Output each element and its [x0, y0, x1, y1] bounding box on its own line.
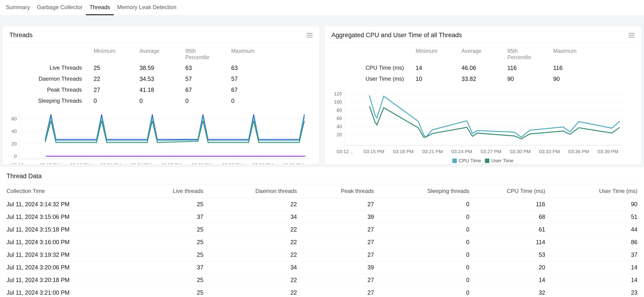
table-cell-sleeping-threads: 0: [374, 223, 470, 236]
x-axis-label: 03:33 PM: [539, 149, 560, 154]
table-header-row: Collection TimeLive threadsDaemon thread…: [6, 184, 638, 198]
x-axis-label: 03:15 PM: [364, 149, 384, 154]
y-axis-label: 120: [334, 91, 342, 96]
table-cell-collection-time: Jul 11, 2024 3:21:00 PM: [6, 287, 107, 297]
x-axis-label: 03:21 PM: [422, 149, 443, 154]
series-line-cpu-time: [369, 95, 620, 137]
y-axis-label: 40: [11, 128, 16, 134]
hamburger-icon: [306, 37, 313, 37]
x-axis-label: 03:33 PM: [222, 162, 243, 164]
stats-value-daemon-threads-maximum: 57: [220, 73, 265, 84]
charts-row: Threads MinimumAverage95th PercentileMax…: [0, 26, 644, 164]
table-cell-sleeping-threads: 0: [374, 274, 470, 287]
table-cell-sleeping-threads: 0: [374, 287, 470, 297]
thread-data-title: Thread Data: [6, 167, 638, 184]
legend-item-user-time[interactable]: User Time: [485, 158, 514, 163]
x-axis-label: 03:30 PM: [192, 162, 212, 164]
y-axis-label: 20: [336, 132, 342, 137]
x-axis-label: 03:24 PM: [131, 162, 152, 164]
series-line-peak-threads: [45, 115, 304, 139]
table-cell-live-threads: 25: [107, 198, 204, 211]
tab-summary[interactable]: Summary: [2, 0, 34, 15]
stats-header-maximum: Maximum: [220, 46, 265, 62]
stats-value-daemon-threads-average: 34.53: [128, 73, 174, 84]
column-header-user-time-ms: User Time (ms): [546, 184, 638, 198]
table-cell-daemon-threads: 34: [204, 211, 298, 223]
x-axis-label: 03:24 PM: [452, 149, 472, 154]
panel-menu-button[interactable]: [305, 32, 313, 38]
table-cell-daemon-threads: 22: [204, 287, 298, 297]
stats-value-daemon-threads-minimum: 22: [82, 73, 128, 84]
stats-value-live-threads-average: 38.59: [128, 62, 174, 73]
table-cell-peak-threads: 39: [298, 261, 374, 274]
x-axis-label: 03:27 PM: [161, 162, 182, 164]
table-cell-peak-threads: 27: [298, 249, 374, 261]
x-axis-label: 03:15 PM: [40, 162, 60, 164]
stats-value-live-threads-minimum: 25: [82, 62, 128, 73]
y-axis-label: 0: [14, 153, 17, 159]
table-cell-user-time-ms: 90: [546, 198, 638, 211]
hamburger-icon: [306, 33, 313, 34]
table-cell-cpu-time-ms: 14: [470, 274, 546, 287]
tab-threads[interactable]: Threads: [86, 0, 114, 15]
x-axis-label: 03:12 ..: [337, 149, 353, 154]
table-cell-cpu-time-ms: 61: [470, 223, 546, 236]
table-cell-cpu-time-ms: 32: [470, 287, 546, 297]
stats-header-maximum: Maximum: [542, 46, 587, 62]
table-cell-live-threads: 25: [107, 274, 204, 287]
y-axis-label: 100: [334, 99, 342, 104]
threads-stats-table: MinimumAverage95th PercentileMaximumLive…: [9, 46, 313, 106]
table-row: Jul 11, 2024 3:20:06 PM37343902014: [6, 261, 638, 274]
table-row: Jul 11, 2024 3:16:00 PM252227011486: [6, 236, 638, 249]
table-cell-collection-time: Jul 11, 2024 3:15:06 PM: [6, 211, 107, 223]
legend-swatch-icon: [485, 159, 489, 163]
cpu-user-time-chart: 2040608010012003:12 ..03:15 PM03:18 PM03…: [331, 87, 635, 157]
panel-menu-button[interactable]: [627, 32, 635, 38]
table-cell-collection-time: Jul 11, 2024 3:20:18 PM: [6, 274, 107, 287]
y-axis-label: 80: [336, 107, 342, 113]
x-axis-label: 03:39 PM: [598, 149, 618, 154]
x-axis-label: 03:12 ..: [12, 162, 28, 164]
legend-label: CPU Time: [459, 158, 481, 163]
hamburger-icon: [628, 33, 635, 34]
tab-bar: SummaryGarbage CollectorThreadsMemory Le…: [0, 0, 644, 15]
table-cell-cpu-time-ms: 20: [470, 261, 546, 274]
stats-value-user-time-ms-minimum: 10: [404, 73, 450, 84]
stats-value-user-time-ms-maximum: 90: [542, 73, 587, 84]
cpu-panel-header: Aggregated CPU and User Time of all Thre…: [331, 26, 635, 42]
column-header-daemon-threads: Daemon threads: [204, 184, 298, 198]
tab-memory-leak-detection[interactable]: Memory Leak Detection: [114, 0, 180, 15]
x-axis-label: 03:36 PM: [568, 149, 589, 154]
thread-data-panel: Thread Data Collection TimeLive threadsD…: [0, 167, 644, 297]
page-title-cpu-user-time: Aggregated CPU and User Time of all Thre…: [331, 31, 462, 39]
table-cell-peak-threads: 27: [298, 287, 374, 297]
hamburger-icon: [628, 35, 635, 35]
tab-garbage-collector[interactable]: Garbage Collector: [34, 0, 86, 15]
stats-value-sleeping-threads-maximum: 0: [220, 95, 265, 106]
table-cell-collection-time: Jul 11, 2024 3:19:32 PM: [6, 249, 107, 261]
x-axis-label: 03:39 PM: [283, 162, 304, 164]
column-header-collection-time: Collection Time: [6, 184, 107, 198]
table-cell-daemon-threads: 22: [204, 249, 298, 261]
stats-row-label-user-time-ms: User Time (ms): [331, 73, 404, 84]
legend-swatch-icon: [452, 159, 457, 163]
stats-value-user-time-ms-average: 33.82: [450, 73, 496, 84]
stats-header-minimum: Minimum: [404, 46, 450, 62]
stats-corner-cell: [331, 46, 404, 62]
table-cell-live-threads: 37: [107, 211, 204, 223]
table-cell-user-time-ms: 37: [546, 249, 638, 261]
legend-item-cpu-time[interactable]: CPU Time: [452, 158, 481, 163]
stats-row-label-live-threads: Live Threads: [9, 62, 82, 73]
stats-row-label-daemon-threads: Daemon Threads: [9, 73, 82, 84]
table-cell-peak-threads: 39: [298, 211, 374, 223]
x-axis-label: 03:18 PM: [393, 149, 414, 154]
stats-value-sleeping-threads-average: 0: [128, 95, 174, 106]
threads-chart: 020406003:12 ..03:15 PM03:18 PM03:21 PM0…: [9, 109, 313, 164]
table-cell-peak-threads: 27: [298, 274, 374, 287]
stats-row-label-peak-threads: Peak Threads: [9, 84, 82, 95]
stats-value-peak-threads-maximum: 67: [220, 84, 265, 95]
table-cell-daemon-threads: 34: [204, 261, 298, 274]
divider: [331, 42, 635, 43]
column-header-live-threads: Live threads: [107, 184, 204, 198]
table-row: Jul 11, 2024 3:21:00 PM25222703223: [6, 287, 638, 297]
